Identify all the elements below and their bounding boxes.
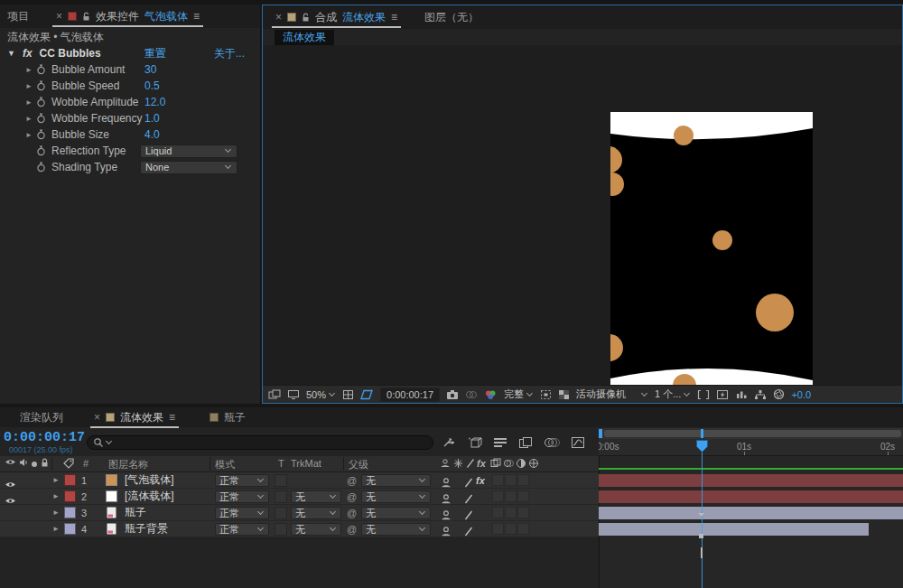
shading-type-dropdown[interactable]: None — [140, 161, 237, 174]
switch-box[interactable] — [492, 490, 504, 502]
comp-selector-tab[interactable]: 流体效果 — [275, 30, 334, 45]
collapse-switch-icon[interactable] — [453, 458, 463, 469]
expand-icon[interactable]: ► — [25, 82, 34, 90]
parent-pickwhip-icon[interactable]: @ — [347, 472, 357, 488]
layer-duration-bar-1[interactable] — [599, 474, 903, 487]
close-tab-icon[interactable]: × — [275, 11, 282, 23]
timeline-button-icon[interactable] — [735, 389, 748, 400]
effect-name[interactable]: CC Bubbles — [40, 47, 101, 60]
eye-column-icon[interactable] — [5, 458, 16, 466]
trkmat-column-header[interactable]: TrkMat — [291, 458, 321, 469]
switch-box[interactable] — [492, 523, 504, 535]
show-snapshot-icon[interactable] — [465, 389, 478, 400]
quality-switch[interactable] — [464, 524, 473, 539]
switch-box[interactable] — [505, 490, 517, 502]
preserve-transparency-box[interactable] — [275, 523, 287, 536]
magnification-dropdown[interactable]: 50% — [306, 389, 336, 400]
tab-timeline-active[interactable]: × 流体效果 ≡ — [87, 406, 182, 429]
parent-pickwhip-icon[interactable]: @ — [347, 505, 357, 520]
stopwatch-icon[interactable] — [36, 80, 46, 91]
layer-name-column-header[interactable]: 图层名称 — [108, 458, 148, 471]
frame-blend-switch-icon[interactable] — [490, 458, 501, 469]
audio-column-icon[interactable] — [19, 458, 28, 467]
graph-editor-icon[interactable] — [571, 436, 585, 449]
t-column-header[interactable]: T — [278, 458, 284, 469]
stopwatch-icon[interactable] — [36, 64, 46, 75]
blend-mode-dropdown[interactable]: 正常 — [215, 474, 269, 487]
blend-mode-dropdown[interactable]: 正常 — [215, 490, 269, 503]
param-value[interactable]: 1.0 — [144, 112, 160, 125]
mini-flowchart-icon[interactable] — [442, 436, 457, 449]
work-area-start-handle[interactable] — [599, 429, 602, 438]
trkmat-dropdown[interactable]: 无 — [291, 507, 341, 519]
stopwatch-icon[interactable] — [36, 113, 46, 124]
close-tab-icon[interactable]: × — [56, 10, 62, 23]
pixel-aspect-icon[interactable] — [697, 389, 710, 400]
scroll-bar[interactable] — [604, 430, 901, 437]
layer-label-swatch[interactable] — [64, 474, 76, 486]
3d-switch-icon[interactable] — [528, 458, 539, 469]
expand-icon[interactable]: ► — [25, 66, 34, 74]
motion-blur-switch-icon[interactable] — [503, 458, 515, 469]
channels-icon[interactable] — [484, 389, 498, 400]
primary-viewer-icon[interactable] — [287, 389, 300, 400]
exposure-shutter-icon[interactable] — [773, 388, 785, 400]
expand-icon[interactable]: ► — [25, 98, 34, 107]
transparency-grid-icon[interactable] — [558, 389, 570, 400]
shy-switch-icon[interactable] — [440, 458, 451, 469]
layer-row-1[interactable]: ► 1 [气泡载体] 正常 @ 无 fx — [0, 472, 599, 489]
blend-mode-dropdown[interactable]: 正常 — [215, 507, 269, 519]
stopwatch-icon[interactable] — [36, 129, 46, 140]
resolution-dropdown[interactable]: 完整 — [504, 387, 534, 401]
region-of-interest-icon[interactable] — [540, 389, 552, 400]
flowchart-button-icon[interactable] — [754, 389, 767, 400]
parent-pickwhip-icon[interactable]: @ — [347, 521, 357, 537]
timeline-current-time[interactable]: 0:00:00:17 — [4, 430, 85, 445]
parent-dropdown[interactable]: 无 — [361, 474, 431, 487]
solo-column-icon[interactable] — [31, 461, 38, 468]
switch-box[interactable] — [517, 474, 529, 486]
motion-blur-icon[interactable] — [544, 436, 560, 449]
layer-name[interactable]: 瓶子 — [125, 505, 146, 520]
fast-preview-icon[interactable] — [716, 389, 729, 400]
tab-layer-viewer[interactable]: 图层（无） — [424, 10, 479, 25]
switch-box[interactable] — [505, 523, 517, 535]
layer-name[interactable]: [流体载体] — [125, 489, 174, 504]
always-preview-icon[interactable] — [268, 389, 281, 400]
reflection-type-dropdown[interactable]: Liquid — [140, 145, 237, 158]
blend-mode-dropdown[interactable]: 正常 — [215, 523, 269, 536]
composition-canvas[interactable] — [610, 112, 813, 395]
mode-column-header[interactable]: 模式 — [215, 458, 235, 471]
mask-visibility-icon[interactable] — [360, 389, 374, 400]
parent-pickwhip-icon[interactable]: @ — [347, 489, 357, 504]
fx-badge-icon[interactable]: fx — [23, 47, 33, 60]
switch-box[interactable] — [517, 490, 529, 502]
tab-project[interactable]: 项目 — [0, 5, 36, 28]
param-value[interactable]: 12.0 — [144, 96, 165, 108]
preserve-transparency-box[interactable] — [275, 490, 287, 503]
label-column-icon[interactable] — [63, 458, 74, 469]
expand-layer-icon[interactable]: ► — [52, 505, 60, 520]
work-area-bar[interactable] — [599, 428, 903, 439]
playhead-tick[interactable] — [701, 429, 703, 438]
tab-composition[interactable]: × 合成 流体效果 ≡ — [268, 5, 405, 29]
tab-render-queue[interactable]: 渲染队列 — [13, 406, 70, 429]
layer-duration-bar-3[interactable] — [599, 507, 903, 519]
frame-blend-icon[interactable] — [518, 436, 533, 449]
layer-duration-bar-2[interactable] — [599, 490, 903, 503]
number-column-header[interactable]: # — [83, 458, 88, 469]
timeline-search-input[interactable] — [87, 435, 433, 450]
panel-menu-icon[interactable]: ≡ — [391, 11, 397, 23]
switch-box[interactable] — [492, 474, 504, 486]
switch-box[interactable] — [505, 507, 517, 518]
expand-layer-icon[interactable]: ► — [52, 521, 60, 537]
expand-icon[interactable]: ► — [25, 131, 34, 139]
param-value[interactable]: 4.0 — [144, 128, 160, 141]
current-time-field[interactable]: 0:00:00:17 — [380, 387, 440, 402]
time-ruler[interactable]: 0:00s 01s 02s — [599, 439, 903, 456]
expand-layer-icon[interactable]: ► — [52, 472, 60, 488]
view-layout-dropdown[interactable]: 1 个... — [655, 387, 691, 401]
expand-layer-icon[interactable]: ► — [52, 489, 60, 504]
parent-dropdown[interactable]: 无 — [361, 490, 431, 503]
layer-name[interactable]: 瓶子背景 — [125, 521, 168, 537]
